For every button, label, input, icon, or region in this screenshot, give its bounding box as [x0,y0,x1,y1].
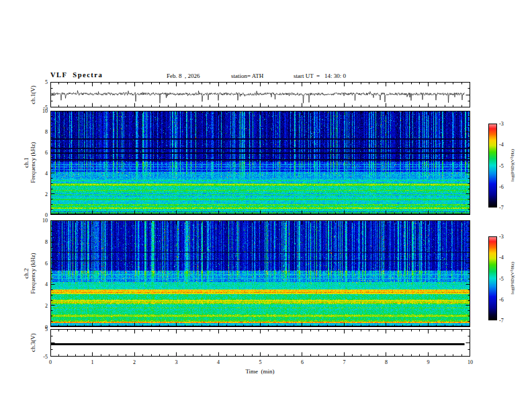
x-tick-label: 2 [133,359,136,365]
x-tick-label: 4 [217,359,220,365]
x-tick-label: 5 [259,359,262,365]
vlf-spectra-figure: VLF Spectra Feb. 8 , 2026 station= ATH s… [0,0,532,411]
ch1-axis-label-line2: Frequency (kHz) [30,142,36,183]
ch2-frequency-axis-label: ch.2 Frequency (kHz) [23,253,36,293]
ch2-axis-label-line2: Frequency (kHz) [30,253,36,293]
ch1-spectrogram [50,111,470,215]
ch1-freq-tick-label: 4 [45,171,48,177]
figure-title: VLF Spectra [50,71,103,79]
ch2-freq-tick-label: 2 [45,303,48,309]
ch2-freq-tick-label: 4 [45,281,48,287]
colorbar-tick-label: -3 [499,121,504,127]
colorbar-tick-label: -5 [499,163,504,169]
ch1-colorbar [488,124,497,208]
ch1-waveform-plot [50,82,470,107]
colorbar-tick-label: -4 [499,255,504,261]
ch1-freq-tick-label: 2 [45,191,48,197]
ch1-frequency-axis-label: ch.1 Frequency (kHz) [23,142,36,183]
ch1-axis-label-line1: ch.1 [23,142,30,183]
colorbar-tick-label: -4 [499,142,504,148]
x-tick-label: 0 [49,359,52,365]
ch1-voltage-axis-label: ch.1(V) [30,85,36,104]
ch2-spectrogram [50,220,470,327]
ch2-freq-tick-label: 8 [45,238,48,244]
x-tick-label: 1 [91,359,94,365]
ch1-colorbar-label: log(PSD)(V²/Hz) [510,149,515,181]
ch2-colorbar [488,236,497,320]
x-tick-label: 7 [343,359,346,365]
ch3-voltage-axis-label: ch.3(V) [30,333,36,352]
ch2-axis-label-line1: ch.2 [23,253,30,293]
x-tick-label: 6 [301,359,304,365]
ch2-freq-tick-label: 6 [45,260,48,266]
ch2-colorbar-label: log(PSD)(V²/Hz) [510,262,515,294]
ch2-freq-tick-label: 10 [42,218,48,224]
colorbar-tick-label: -3 [499,234,504,240]
ch3-waveform-plot [50,329,470,357]
colorbar-tick-label: -7 [499,318,504,324]
ch3-volt-tick-label: -5 [43,354,48,360]
x-tick-label: 9 [427,359,430,365]
x-tick-label: 3 [175,359,178,365]
time-axis-label: Time (min) [245,368,274,375]
colorbar-tick-label: -7 [499,205,504,211]
colorbar-tick-label: -6 [499,296,504,302]
ch1-freq-tick-label: 8 [45,129,48,135]
header-start-ut: start UT = 14: 30: 0 [294,73,346,79]
header-date: Feb. 8 , 2026 [167,73,200,79]
ch1-freq-tick-label: 6 [45,150,48,156]
ch3-volt-tick-label: 5 [45,326,48,332]
x-tick-label: 8 [385,359,388,365]
colorbar-tick-label: -5 [499,275,504,281]
header-station: station= ATH [231,73,263,79]
ch1-freq-tick-label: 10 [42,108,48,114]
ch1-volt-tick-label: 5 [45,79,48,85]
x-tick-label: 10 [468,359,473,365]
colorbar-tick-label: -6 [499,183,504,189]
